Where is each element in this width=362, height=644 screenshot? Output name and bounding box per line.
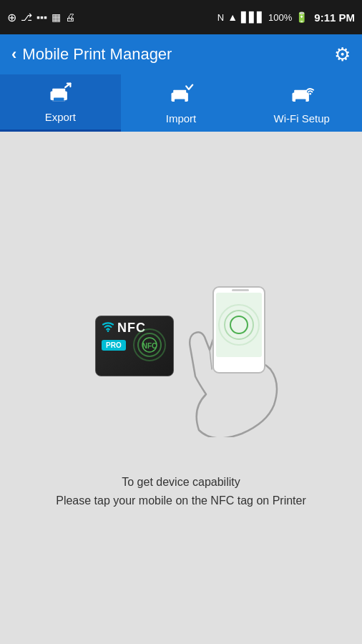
back-button[interactable]: ‹	[11, 45, 16, 64]
usb-icon: ⎇	[21, 11, 32, 23]
status-time: 9:11 PM	[314, 11, 355, 24]
export-tab-label: Export	[45, 111, 76, 123]
status-bar-right: N ▲ ▋▋▋ 100% 🔋 9:11 PM	[217, 11, 355, 24]
svg-rect-7	[175, 99, 185, 102]
pro-badge: PRO	[102, 340, 126, 351]
battery-percentage: 100%	[268, 12, 292, 23]
svg-rect-1	[53, 89, 66, 92]
wifi-icon: ▲	[228, 11, 238, 23]
nfc-circle-rings: NFC	[132, 327, 167, 363]
svg-point-12	[107, 331, 109, 333]
wifi-setup-icon	[289, 82, 315, 108]
signal-icon: ▋▋▋	[241, 11, 265, 23]
svg-point-11	[309, 92, 311, 94]
nfc-status-icon: N	[217, 12, 224, 23]
sim-icon: ▦	[52, 11, 61, 23]
print-icon: 🖨	[65, 11, 75, 23]
app-bar: ‹ Mobile Print Manager ⚙	[0, 34, 362, 74]
nfc-tag-card: NFC PRO NFC	[95, 316, 174, 376]
nfc-wifi-icon	[102, 322, 114, 334]
svg-rect-21	[216, 293, 262, 357]
svg-rect-22	[232, 289, 249, 291]
battery-icon-small: ▪▪▪	[36, 11, 47, 23]
svg-rect-10	[295, 99, 305, 102]
wifi-setup-tab-label: Wi-Fi Setup	[274, 112, 330, 125]
export-icon	[47, 81, 73, 107]
tab-import[interactable]: Import	[121, 74, 242, 132]
import-icon	[168, 82, 194, 108]
svg-rect-9	[294, 89, 307, 93]
main-content: NFC PRO NFC	[0, 132, 362, 644]
battery-icon: 🔋	[295, 11, 308, 23]
app-bar-left: ‹ Mobile Print Manager	[11, 45, 172, 64]
settings-button[interactable]: ⚙	[334, 44, 351, 66]
app-title: Mobile Print Manager	[22, 45, 172, 64]
nfc-illustration: NFC PRO NFC	[81, 265, 281, 452]
status-bar-left: ⊕ ⎇ ▪▪▪ ▦ 🖨	[7, 11, 75, 24]
status-bar: ⊕ ⎇ ▪▪▪ ▦ 🖨 N ▲ ▋▋▋ 100% 🔋 9:11 PM	[0, 0, 362, 34]
add-icon: ⊕	[7, 11, 16, 24]
import-tab-label: Import	[166, 112, 197, 125]
instruction-line2: Please tap your mobile on the NFC tag on…	[56, 492, 306, 510]
svg-rect-3	[54, 97, 64, 101]
tab-bar: Export Import Wi-Fi Setup	[0, 74, 362, 132]
svg-text:NFC: NFC	[142, 342, 157, 350]
tab-wifi-setup[interactable]: Wi-Fi Setup	[241, 74, 362, 132]
tab-export[interactable]: Export	[0, 74, 121, 132]
instruction-line1: To get device capability	[56, 473, 306, 492]
svg-rect-6	[173, 89, 186, 93]
instruction-area: To get device capability Please tap your…	[56, 473, 306, 509]
